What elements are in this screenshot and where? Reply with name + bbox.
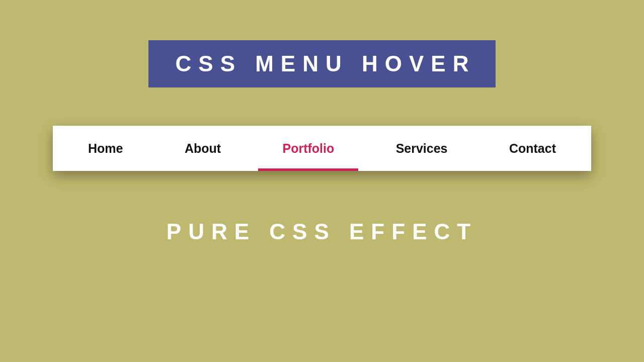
subtitle-text: PURE CSS EFFECT: [167, 219, 477, 244]
main-navbar: Home About Portfolio Services Contact: [53, 126, 591, 171]
nav-item-home[interactable]: Home: [83, 126, 128, 171]
title-banner: CSS MENU HOVER: [148, 40, 496, 87]
nav-item-portfolio[interactable]: Portfolio: [277, 126, 339, 171]
nav-item-services[interactable]: Services: [391, 126, 453, 171]
nav-item-contact[interactable]: Contact: [504, 126, 561, 171]
nav-item-about[interactable]: About: [180, 126, 226, 171]
